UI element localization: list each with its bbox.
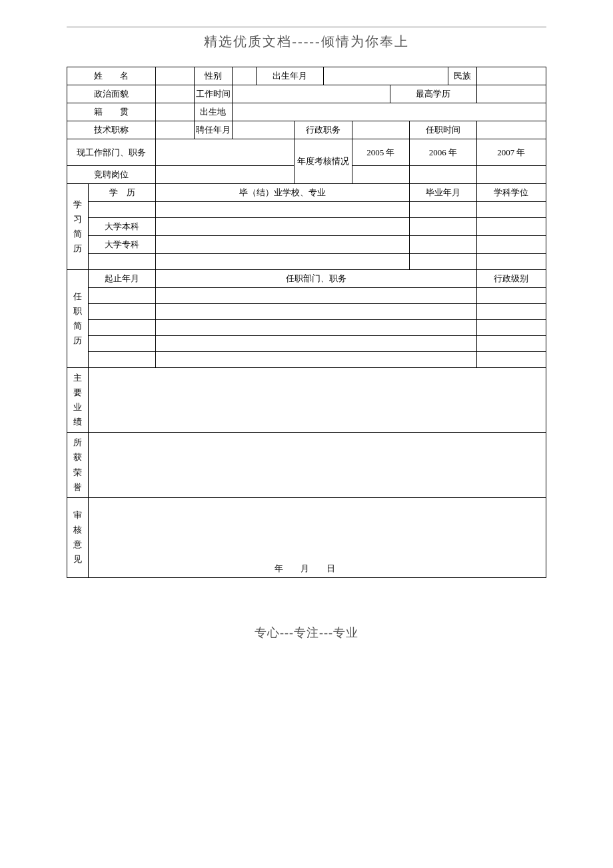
label-edu-level: 学 历 — [89, 184, 156, 202]
label-current-dept: 现工作部门、职务 — [67, 139, 156, 166]
edu-row-3-school — [155, 236, 409, 254]
label-title: 技术职称 — [67, 121, 156, 139]
job-row-1-dept — [155, 288, 476, 304]
label-name: 姓 名 — [67, 67, 156, 85]
label-annual-review: 年度考核情况 — [295, 139, 352, 184]
label-y2: 2006 年 — [409, 139, 476, 166]
value-edu-highest — [476, 85, 546, 103]
job-row-3-dept — [155, 320, 476, 336]
edu-row-1-level — [89, 202, 156, 218]
job-row-4-dept — [155, 336, 476, 352]
label-admin-level: 行政级别 — [476, 270, 546, 288]
job-row-5-dept — [155, 352, 476, 368]
edu-row-4-degree — [476, 254, 546, 270]
value-y1 — [352, 166, 409, 184]
edu-row-4-grad — [409, 254, 476, 270]
label-ethnicity: 民族 — [448, 67, 476, 85]
edu-row-2-school — [155, 218, 409, 236]
label-appoint-time: 任职时间 — [409, 121, 476, 139]
personnel-form-table: 姓 名 性别 出生年月 民族 政治面貌 工作时间 最高学历 籍 贯 出生地 — [67, 67, 546, 578]
label-birth: 出生年月 — [256, 67, 323, 85]
label-compete-post: 竞聘岗位 — [67, 166, 156, 184]
label-gender: 性别 — [194, 67, 233, 85]
label-job-history: 任职简历 — [67, 270, 89, 368]
label-achievements: 主要业绩 — [67, 368, 89, 433]
page-footer: 专心---专注---专业 — [67, 625, 546, 641]
value-achievements — [89, 368, 546, 433]
job-row-4-level — [476, 336, 546, 352]
value-admin-post — [352, 121, 409, 139]
edu-row-1-degree — [476, 202, 546, 218]
job-row-3-level — [476, 320, 546, 336]
job-row-4-period — [89, 336, 156, 352]
job-row-3-period — [89, 320, 156, 336]
job-row-1-level — [476, 288, 546, 304]
label-admin-post: 行政职务 — [295, 121, 352, 139]
value-title — [155, 121, 194, 139]
value-compete-post — [155, 166, 294, 184]
value-name — [155, 67, 194, 85]
value-worktime — [233, 85, 390, 103]
value-current-dept — [155, 139, 294, 166]
edu-row-2-level: 大学本科 — [89, 218, 156, 236]
label-edu-highest: 最高学历 — [390, 85, 476, 103]
edu-row-2-grad — [409, 218, 476, 236]
value-gender — [233, 67, 257, 85]
job-row-2-period — [89, 304, 156, 320]
label-period: 起止年月 — [89, 270, 156, 288]
label-y1: 2005 年 — [352, 139, 409, 166]
value-ethnicity — [476, 67, 546, 85]
label-native: 籍 贯 — [67, 103, 156, 121]
label-politics: 政治面貌 — [67, 85, 156, 103]
job-row-5-level — [476, 352, 546, 368]
edu-row-2-degree — [476, 218, 546, 236]
value-native — [155, 103, 194, 121]
label-grad-ym: 毕业年月 — [409, 184, 476, 202]
label-birthplace: 出生地 — [194, 103, 233, 121]
label-dept-post: 任职部门、职务 — [155, 270, 476, 288]
edu-row-3-level: 大学专科 — [89, 236, 156, 254]
edu-row-4-school — [155, 254, 409, 270]
job-row-5-period — [89, 352, 156, 368]
value-appoint-time — [476, 121, 546, 139]
value-honors — [89, 433, 546, 497]
value-y2 — [409, 166, 476, 184]
label-worktime: 工作时间 — [194, 85, 233, 103]
value-birth — [323, 67, 448, 85]
label-review: 审核意见 — [67, 497, 89, 577]
label-honors: 所获荣誉 — [67, 433, 89, 497]
value-appoint-ym — [233, 121, 295, 139]
value-birthplace — [233, 103, 546, 121]
edu-row-3-grad — [409, 236, 476, 254]
job-row-1-period — [89, 288, 156, 304]
label-school-major: 毕（结）业学校、专业 — [155, 184, 409, 202]
edu-row-3-degree — [476, 236, 546, 254]
edu-row-1-school — [155, 202, 409, 218]
job-row-2-level — [476, 304, 546, 320]
page-header: 精选优质文档-----倾情为你奉上 — [67, 33, 546, 51]
label-y3: 2007 年 — [476, 139, 546, 166]
label-edu-history: 学习简历 — [67, 184, 89, 270]
job-row-2-dept — [155, 304, 476, 320]
value-politics — [155, 85, 194, 103]
label-appoint-ym: 聘任年月 — [194, 121, 233, 139]
edu-row-4-level — [89, 254, 156, 270]
value-review: 年 月 日 — [89, 497, 546, 577]
value-y3 — [476, 166, 546, 184]
edu-row-1-grad — [409, 202, 476, 218]
label-degree: 学科学位 — [476, 184, 546, 202]
